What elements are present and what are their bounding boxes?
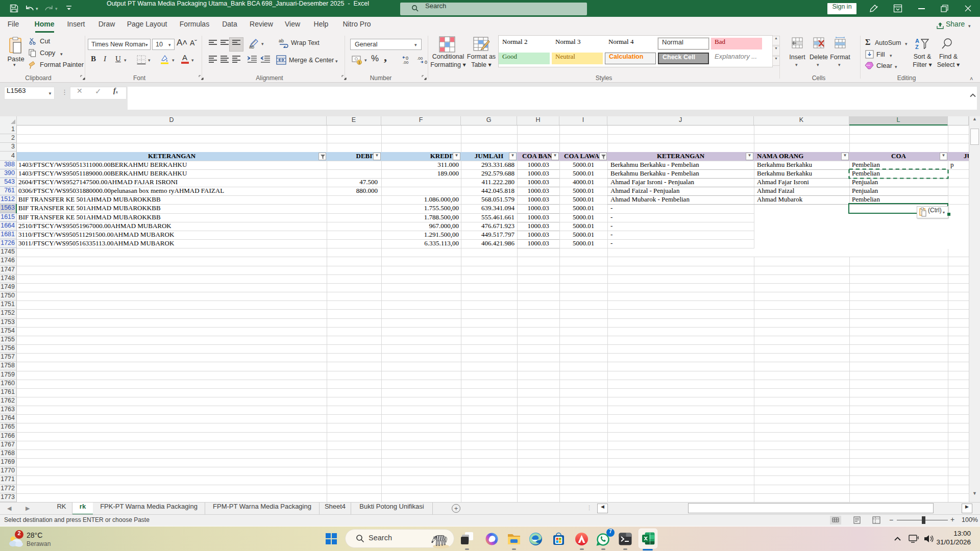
svg-text:$: $ (358, 61, 360, 64)
svg-text:ab: ab (279, 38, 284, 43)
svg-text:ab: ab (249, 44, 254, 49)
svg-text:.00: .00 (403, 60, 409, 64)
